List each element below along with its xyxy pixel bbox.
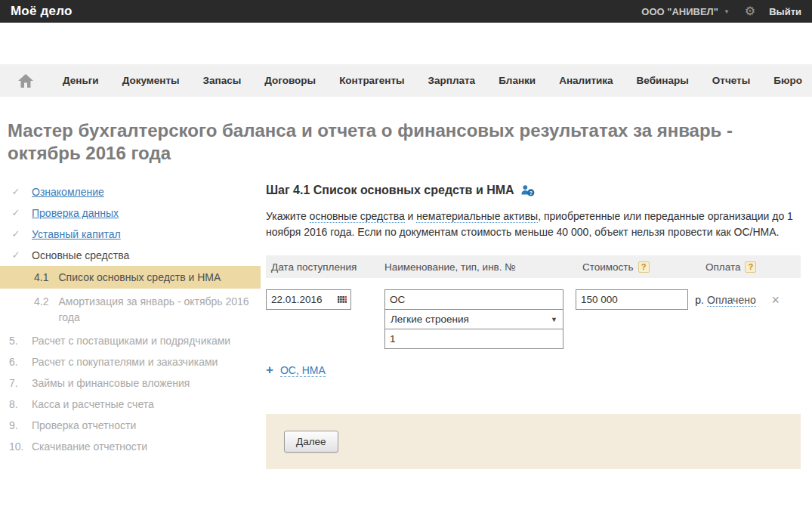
asset-row: Легкие строения ▼ р. Оплачено × bbox=[266, 289, 801, 349]
substep-label: Амортизация за январь - октябрь 2016 год… bbox=[58, 294, 253, 326]
inventory-number-input[interactable] bbox=[384, 329, 563, 349]
top-bar-right: ООО "АНИВЕЛ" ▼ ⚙ Выйти bbox=[641, 5, 801, 17]
cost-help-icon[interactable]: ? bbox=[638, 261, 650, 273]
sidebar-step-6: 6. Расчет с покупателями и заказчиками bbox=[0, 351, 261, 372]
name-fields-stack: Легкие строения ▼ bbox=[384, 289, 563, 349]
step-label: Проверка отчетности bbox=[32, 419, 136, 431]
sidebar-step-7: 7. Займы и финансовые вложения bbox=[0, 372, 261, 394]
check-icon: ✓ bbox=[8, 186, 24, 197]
date-field-wrap bbox=[266, 289, 351, 310]
step-label: Расчет с поставщиками и подрядчиками bbox=[32, 335, 230, 347]
logout-button[interactable]: Выйти bbox=[769, 6, 801, 17]
sidebar-step-9: 9. Проверка отчетности bbox=[0, 415, 261, 436]
assets-table-header: Дата поступления Наименование, тип, инв.… bbox=[266, 255, 801, 278]
company-selector[interactable]: ООО "АНИВЕЛ" bbox=[641, 6, 718, 17]
step-description: Укажите основные средства и нематериальн… bbox=[266, 209, 795, 240]
add-asset-row: + ОС, НМА bbox=[266, 363, 801, 378]
substep-number: 4.1 bbox=[34, 271, 48, 283]
substep-number: 4.2 bbox=[34, 294, 48, 326]
nav-item-bureau[interactable]: Бюро bbox=[773, 75, 802, 86]
asset-name-input[interactable] bbox=[384, 289, 563, 310]
add-asset-link[interactable]: ОС, НМА bbox=[280, 364, 326, 377]
help-person-icon[interactable]: ? bbox=[521, 185, 536, 196]
payment-cell: Оплачено × bbox=[704, 289, 801, 307]
sidebar-step-link[interactable]: Ознакомление bbox=[32, 186, 104, 198]
name-cell: Легкие строения ▼ bbox=[384, 289, 576, 349]
sidebar-step-10: 10. Скачивание отчетности bbox=[0, 436, 261, 457]
delete-row-icon[interactable]: × bbox=[771, 293, 780, 307]
term-fixed-assets[interactable]: основные средства bbox=[310, 210, 405, 223]
sidebar-step-link[interactable]: Проверка данных bbox=[32, 207, 119, 219]
content-area: ✓ Ознакомление ✓ Проверка данных ✓ Устав… bbox=[0, 181, 812, 469]
step-number: 8. bbox=[9, 398, 27, 410]
cost-input[interactable] bbox=[576, 289, 688, 310]
check-icon: ✓ bbox=[8, 249, 24, 261]
step-number: 9. bbox=[9, 419, 27, 431]
sidebar-step-capital: ✓ Уставный капитал bbox=[0, 224, 261, 245]
step-heading: Шаг 4.1 Список основных средств и НМА ? bbox=[266, 184, 801, 197]
app-logo[interactable]: Моё дело bbox=[11, 4, 73, 19]
step-label: Займы и финансовые вложения bbox=[32, 377, 190, 389]
nav-item-documents[interactable]: Документы bbox=[122, 75, 180, 86]
nav-item-salary[interactable]: Зарплата bbox=[428, 75, 476, 86]
svg-text:?: ? bbox=[529, 189, 533, 196]
next-button[interactable]: Далее bbox=[284, 431, 338, 453]
cost-cell: р. bbox=[576, 289, 704, 310]
nav-item-webinars[interactable]: Вебинары bbox=[637, 75, 689, 86]
term-intangible-assets[interactable]: нематериальные активы bbox=[416, 210, 538, 223]
nav-item-reports[interactable]: Отчеты bbox=[712, 75, 750, 86]
chevron-down-icon[interactable]: ▼ bbox=[724, 8, 730, 15]
step-number: 5. bbox=[9, 335, 27, 347]
sidebar-step-intro: ✓ Ознакомление bbox=[0, 181, 261, 202]
gear-icon[interactable]: ⚙ bbox=[745, 5, 755, 17]
payment-status-link[interactable]: Оплачено bbox=[707, 294, 756, 307]
column-header-payment-label: Оплата bbox=[705, 261, 740, 273]
sidebar-substep-4-1-active[interactable]: 4.1 Список основных средств и НМА bbox=[0, 266, 261, 289]
calendar-icon[interactable] bbox=[338, 295, 347, 304]
description-text: и bbox=[405, 210, 417, 222]
substep-label: Список основных средств и НМА bbox=[58, 271, 221, 283]
column-header-cost-label: Стоимость bbox=[582, 261, 634, 273]
plus-icon[interactable]: + bbox=[266, 363, 273, 378]
description-text: Укажите bbox=[266, 210, 310, 222]
sidebar-step-label: Основные средства bbox=[32, 249, 129, 261]
top-bar: Моё дело ООО "АНИВЕЛ" ▼ ⚙ Выйти bbox=[0, 0, 812, 23]
wizard-steps-sidebar: ✓ Ознакомление ✓ Проверка данных ✓ Устав… bbox=[0, 181, 261, 457]
asset-category-value: Легкие строения bbox=[391, 314, 469, 325]
date-cell bbox=[266, 289, 384, 310]
nav-item-contracts[interactable]: Договоры bbox=[264, 75, 316, 86]
column-header-date: Дата поступления bbox=[266, 261, 379, 273]
currency-label: р. bbox=[695, 294, 704, 306]
step-number: 7. bbox=[9, 377, 27, 389]
nav-item-stock[interactable]: Запасы bbox=[203, 75, 242, 86]
step-content: Шаг 4.1 Список основных средств и НМА ? … bbox=[261, 181, 812, 469]
check-icon: ✓ bbox=[8, 228, 24, 240]
nav-item-counterparties[interactable]: Контрагенты bbox=[339, 75, 404, 86]
nav-item-forms[interactable]: Бланки bbox=[499, 75, 536, 86]
nav-item-money[interactable]: Деньги bbox=[63, 75, 99, 86]
sidebar-substep-4-2: 4.2 Амортизация за январь - октябрь 2016… bbox=[0, 289, 261, 330]
nav-item-analytics[interactable]: Аналитика bbox=[559, 75, 613, 86]
column-header-payment: Оплата ? bbox=[700, 261, 801, 273]
sidebar-step-link[interactable]: Уставный капитал bbox=[32, 228, 121, 240]
page-title: Мастер бухгалтерского баланса и отчета о… bbox=[8, 119, 797, 165]
step-number: 10. bbox=[9, 440, 27, 453]
step-label: Касса и расчетные счета bbox=[32, 398, 154, 410]
asset-category-select[interactable]: Легкие строения ▼ bbox=[384, 309, 563, 329]
check-icon: ✓ bbox=[8, 207, 24, 218]
column-header-cost: Стоимость ? bbox=[577, 261, 700, 273]
step-heading-text: Шаг 4.1 Список основных средств и НМА bbox=[266, 184, 514, 197]
sidebar-step-fixed-assets: ✓ Основные средства bbox=[0, 245, 261, 266]
sidebar-step-5: 5. Расчет с поставщиками и подрядчиками bbox=[0, 330, 261, 351]
step-label: Скачивание отчетности bbox=[32, 440, 147, 453]
payment-help-icon[interactable]: ? bbox=[745, 261, 756, 273]
sidebar-step-8: 8. Касса и расчетные счета bbox=[0, 394, 261, 415]
select-arrow-icon: ▼ bbox=[551, 316, 557, 323]
step-number: 6. bbox=[9, 356, 27, 368]
main-nav: Деньги Документы Запасы Договоры Контраг… bbox=[0, 64, 812, 97]
sidebar-step-data-check: ✓ Проверка данных bbox=[0, 202, 261, 224]
home-icon[interactable] bbox=[18, 74, 33, 88]
action-panel: Далее bbox=[266, 414, 801, 469]
column-header-name: Наименование, тип, инв. № bbox=[379, 261, 577, 273]
step-label: Расчет с покупателями и заказчиками bbox=[32, 356, 218, 368]
